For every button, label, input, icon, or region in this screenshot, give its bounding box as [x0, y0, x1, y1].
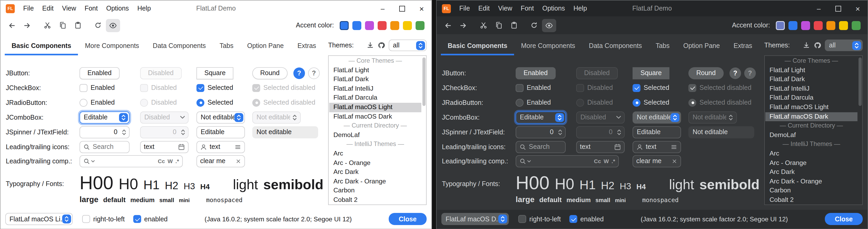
spinner[interactable]: 0	[516, 126, 566, 138]
paste-button[interactable]	[507, 19, 521, 32]
show-hover-effects-button[interactable]	[106, 19, 120, 32]
theme-list-item[interactable]: — Core Themes —	[329, 56, 421, 66]
tab[interactable]: Extras	[290, 36, 323, 55]
themes-scrollbar[interactable]	[421, 56, 426, 204]
menu-item[interactable]: Help	[133, 1, 155, 16]
tab[interactable]: Data Components	[146, 36, 213, 55]
accent-color-swatch[interactable]	[340, 21, 349, 30]
cut-button[interactable]	[476, 19, 490, 32]
theme-list-item[interactable]: Arc Dark - Orange	[765, 177, 858, 186]
radio-button[interactable]: Enabled	[516, 98, 576, 107]
enabled-checkbox[interactable]: enabled	[569, 215, 604, 223]
tab[interactable]: More Components	[78, 36, 146, 55]
theme-list-item[interactable]: Arc	[765, 149, 858, 159]
accent-color-swatch[interactable]	[403, 21, 412, 30]
accent-color-swatch[interactable]	[378, 21, 386, 30]
radio-button[interactable]: Enabled	[80, 98, 140, 107]
theme-list-item[interactable]: FlatLaf macOS Dark	[329, 112, 421, 121]
clearable-field[interactable]: clear me	[632, 155, 681, 167]
menu-item[interactable]: File	[19, 1, 38, 16]
checkbox[interactable]: Disabled	[576, 84, 632, 92]
theme-list-item[interactable]: Cobalt 2	[329, 196, 421, 204]
tab[interactable]: Tabs	[649, 36, 677, 55]
paste-button[interactable]	[70, 19, 85, 32]
match-case-toggle[interactable]: Cc	[594, 158, 601, 164]
tab[interactable]: Tabs	[213, 36, 241, 55]
theme-list-item[interactable]: FlatLaf Light	[765, 66, 858, 75]
lookandfeel-combobox[interactable]: FlatLaf macOS Li...	[5, 213, 73, 225]
chevron-down-icon[interactable]	[527, 160, 531, 162]
round-button[interactable]: Round	[688, 67, 724, 79]
theme-list-item[interactable]: Carbon	[765, 186, 858, 196]
refresh-button[interactable]	[527, 19, 541, 32]
close-window-button[interactable]: ×	[848, 1, 867, 16]
github-icon[interactable]	[378, 41, 385, 49]
date-field[interactable]: text	[576, 141, 625, 153]
whole-word-toggle[interactable]: W	[603, 158, 609, 164]
accent-color-swatch[interactable]	[852, 21, 861, 30]
search-icon[interactable]	[519, 158, 526, 165]
menu-list-icon[interactable]	[671, 143, 677, 150]
theme-list-item[interactable]: Cobalt 2	[765, 196, 858, 204]
radio-button[interactable]: Selected disabled	[252, 98, 315, 107]
theme-list-item[interactable]: — Current Directory —	[329, 121, 421, 131]
theme-list-item[interactable]: — IntelliJ Themes —	[329, 140, 421, 149]
copy-button[interactable]	[491, 19, 506, 32]
theme-list-item[interactable]: Arc - Orange	[765, 159, 858, 168]
theme-filter-combobox[interactable]: all	[389, 39, 427, 51]
noteditable-combobox[interactable]: Not editable	[632, 111, 681, 123]
spinner-arrows-icon[interactable]	[120, 128, 128, 136]
checkbox[interactable]: Selected disabled	[688, 84, 751, 92]
menu-list-icon[interactable]	[235, 143, 241, 150]
tab[interactable]: Option Pane	[240, 36, 290, 55]
theme-list-item[interactable]: FlatLaf Dark	[765, 75, 858, 84]
menu-item[interactable]: View	[58, 1, 80, 16]
spinner[interactable]: 0	[80, 126, 130, 138]
theme-list-item[interactable]: — Current Directory —	[765, 121, 858, 131]
menu-item[interactable]: View	[494, 1, 517, 16]
maximize-button[interactable]	[393, 1, 412, 16]
square-button[interactable]: Square	[196, 67, 234, 79]
radio-button[interactable]: Disabled	[140, 98, 196, 107]
theme-list-item[interactable]: — Core Themes —	[765, 56, 858, 66]
tab[interactable]: Extras	[726, 36, 759, 55]
editable-combobox[interactable]: Editable	[516, 111, 566, 123]
checkbox[interactable]: Selected disabled	[252, 84, 315, 92]
show-hover-effects-button[interactable]	[542, 19, 556, 32]
theme-list-item[interactable]: FlatLaf macOS Light	[329, 103, 421, 112]
accent-color-swatch[interactable]	[390, 21, 399, 30]
theme-list-item[interactable]: Arc Dark	[329, 168, 421, 177]
theme-list-item[interactable]: DemoLaf	[765, 131, 858, 140]
accent-color-swatch[interactable]	[839, 21, 848, 30]
tab[interactable]: Option Pane	[676, 36, 726, 55]
theme-list-item[interactable]: FlatLaf IntelliJ	[329, 84, 421, 93]
editable-textfield[interactable]: Editable	[196, 126, 245, 138]
search-field[interactable]: Search	[516, 141, 566, 153]
search-icon[interactable]	[83, 158, 90, 165]
download-icon[interactable]	[803, 41, 810, 49]
user-field[interactable]: text	[632, 141, 681, 153]
theme-list-item[interactable]: Arc Dark	[765, 168, 858, 177]
github-icon[interactable]	[814, 41, 821, 49]
spinner-arrows-icon[interactable]	[556, 128, 564, 136]
accent-color-swatch[interactable]	[352, 21, 361, 30]
theme-list-item[interactable]: DemoLaf	[329, 131, 421, 140]
theme-list-item[interactable]: Arc Dark - Orange	[329, 177, 421, 186]
theme-list-item[interactable]: FlatLaf IntelliJ	[765, 84, 858, 93]
forward-button[interactable]	[456, 19, 470, 32]
minimize-button[interactable]: –	[373, 1, 393, 16]
accent-color-swatch[interactable]	[415, 21, 425, 30]
lookandfeel-combobox[interactable]: FlatLaf macOS D...	[441, 213, 509, 225]
menu-item[interactable]: Options	[538, 1, 569, 16]
theme-list-item[interactable]: FlatLaf macOS Dark	[765, 112, 858, 121]
scrollbar-thumb[interactable]	[858, 57, 861, 106]
chevron-down-icon[interactable]	[91, 160, 95, 162]
scrollbar-thumb[interactable]	[422, 57, 425, 106]
checkbox[interactable]: Selected	[196, 84, 252, 92]
whole-word-toggle[interactable]: W	[167, 158, 173, 164]
noteditable-combobox[interactable]: Not editable	[196, 111, 245, 123]
enabled-checkbox[interactable]: enabled	[133, 215, 168, 223]
theme-list-item[interactable]: FlatLaf Dark	[329, 75, 421, 84]
match-case-toggle[interactable]: Cc	[158, 158, 165, 164]
enabled-button[interactable]: Enabled	[516, 67, 556, 79]
